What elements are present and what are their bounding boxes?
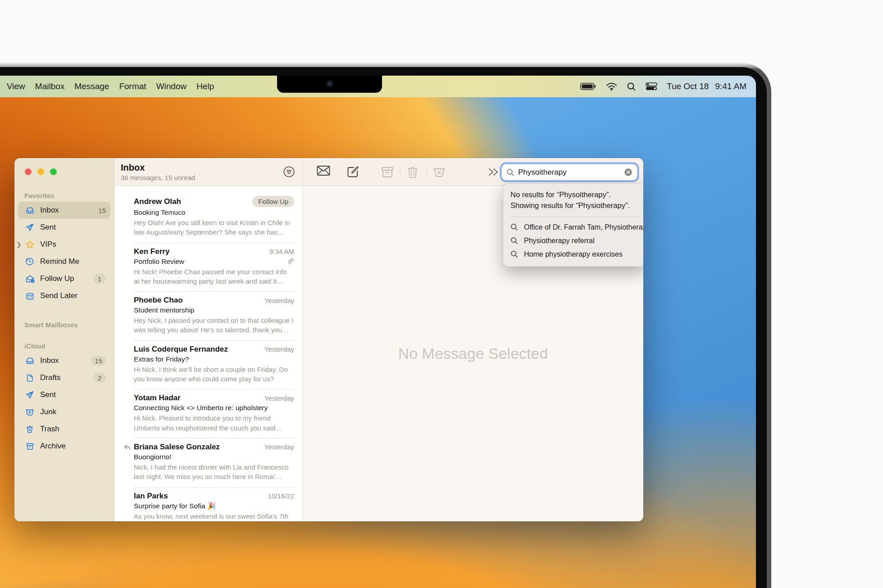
message-preview: Hi Nick! Phoebe Chao passed me your cont… [134, 267, 294, 286]
menu-help[interactable]: Help [191, 81, 219, 91]
message-time: Yesterday [264, 394, 294, 402]
menu-format[interactable]: Format [114, 81, 151, 91]
sidebar-item-vips[interactable]: ❯ VIPs [18, 236, 110, 253]
menu-items: View Mailbox Message Format Window Help [0, 81, 219, 91]
message-list-header: Inbox 36 messages, 15 unread [114, 158, 302, 186]
mailbox-summary: 36 messages, 15 unread [121, 174, 302, 181]
close-window-button[interactable] [25, 168, 32, 175]
laptop-frame: View Mailbox Message Format Window Help [0, 63, 771, 588]
sidebar-item-label: Sent [40, 223, 56, 232]
minimize-window-button[interactable] [37, 168, 44, 175]
message-row[interactable]: Phoebe ChaoYesterday Student mentorship … [114, 291, 302, 340]
message-row[interactable]: Luis Coderque FernandezYesterday Extras … [114, 340, 302, 389]
laptop-screen: View Mailbox Message Format Window Help [0, 76, 756, 588]
compose-icon[interactable] [346, 165, 360, 178]
message-subject: Student mentorship [134, 306, 294, 314]
delete-message-icon[interactable] [407, 166, 419, 178]
message-row[interactable]: Ken Ferry9:34 AM Portfolio Review Hi Nic… [114, 243, 302, 292]
junk-message-icon[interactable] [433, 167, 446, 177]
message-list-pane: Inbox 36 messages, 15 unread Andrew Olah… [114, 158, 303, 521]
menubar-time[interactable]: 9:41 AM [715, 81, 746, 91]
sidebar-item-label: Drafts [40, 373, 60, 382]
toolbar-overflow-icon[interactable] [487, 167, 500, 176]
get-mail-icon[interactable] [317, 165, 330, 176]
filter-icon[interactable] [283, 166, 295, 178]
sidebar-item-inbox-favorites[interactable]: Inbox 15 [18, 202, 110, 219]
sidebar-item-drafts[interactable]: Drafts 2 [18, 369, 110, 386]
message-row[interactable]: Ian Parks10/16/22 Surprise party for Sof… [114, 487, 302, 521]
search-field[interactable]: Physoitherapy [501, 164, 637, 181]
junk-icon [24, 407, 35, 417]
message-list: Andrew OlahFollow Up Booking Temuco Hey … [114, 186, 302, 521]
mailbox-count-badge: 1 [93, 274, 106, 284]
zoom-window-button[interactable] [50, 168, 57, 175]
message-row[interactable]: Andrew OlahFollow Up Booking Temuco Hey … [114, 191, 302, 243]
sidebar-section-smart-mailboxes[interactable]: Smart Mailboxes [18, 316, 110, 331]
menu-window[interactable]: Window [151, 81, 192, 91]
follow-up-badge: Follow Up [252, 196, 294, 207]
message-sender: Yotam Hadar [134, 394, 261, 403]
control-center-icon[interactable] [646, 82, 657, 90]
message-preview: Nick, I had the nicest dinner with Lia a… [134, 462, 294, 482]
archive-icon [24, 441, 35, 452]
battery-icon[interactable] [580, 82, 596, 90]
trash-icon [24, 424, 35, 434]
sidebar-item-archive[interactable]: Archive [18, 438, 110, 455]
search-suggestion[interactable]: Office of Dr. Farrah Tam, Physiotherapis… [510, 221, 638, 234]
sidebar-item-inbox-icloud[interactable]: Inbox 15 [18, 352, 110, 369]
sidebar-item-trash[interactable]: Trash [18, 421, 110, 438]
follow-up-icon [24, 273, 35, 284]
mailbox-count-badge: 15 [91, 356, 106, 366]
toolbar: Physoitherapy No results for “Physoither… [303, 158, 643, 186]
sidebar-item-label: Archive [40, 442, 66, 451]
spotlight-search-icon[interactable] [627, 82, 636, 91]
sidebar-item-label: Inbox [40, 356, 59, 365]
display-notch [277, 76, 382, 93]
message-subject: Buongiorno! [134, 453, 294, 461]
sidebar-item-sent-icloud[interactable]: Sent [18, 386, 110, 403]
menu-view[interactable]: View [2, 81, 30, 91]
camera-icon [326, 80, 333, 87]
sidebar-item-label: Inbox [40, 206, 59, 215]
message-sender: Andrew Olah [134, 197, 249, 206]
sidebar-item-label: Junk [40, 407, 56, 416]
message-row[interactable]: Briana Salese GonzalezYesterday Buongior… [114, 438, 302, 487]
clear-search-icon[interactable] [624, 168, 633, 176]
message-time: Yesterday [264, 345, 294, 353]
mail-window: Favorites Inbox 15 Sent ❯ VIPs [14, 158, 643, 521]
search-no-results-message: No results for “Physoitherapy”. Showing … [510, 190, 638, 211]
reading-pane: Physoitherapy No results for “Physoither… [303, 158, 643, 521]
archive-message-icon[interactable] [381, 167, 394, 178]
wifi-icon[interactable] [606, 82, 617, 91]
sidebar-item-label: Trash [40, 425, 59, 434]
sidebar-item-junk[interactable]: Junk [18, 403, 110, 421]
search-input-value[interactable]: Physoitherapy [518, 168, 624, 177]
chevron-right-icon[interactable]: ❯ [16, 241, 22, 248]
menu-mailbox[interactable]: Mailbox [30, 81, 69, 91]
sidebar-item-remind-me[interactable]: Remind Me [18, 253, 110, 270]
search-suggestion[interactable]: Home physiotherapy exercises [510, 248, 638, 261]
mailbox-count: 15 [98, 207, 106, 214]
sent-icon [24, 389, 35, 400]
message-time: Yesterday [264, 297, 294, 304]
menu-message[interactable]: Message [69, 81, 114, 91]
message-preview: Hi Nick, I think we’ll be short a couple… [134, 365, 294, 384]
sidebar-section-icloud[interactable]: iCloud [18, 337, 110, 352]
remind-me-clock-icon [24, 256, 35, 267]
search-icon [510, 223, 518, 231]
sidebar-item-send-later[interactable]: Send Later [18, 287, 110, 304]
mailbox-title: Inbox [121, 163, 302, 173]
desktop: View Mailbox Message Format Window Help [0, 76, 756, 588]
message-sender: Briana Salese Gonzalez [134, 443, 261, 452]
search-suggestion[interactable]: Physiotherapy referral [510, 234, 638, 248]
message-time: 9:34 AM [269, 248, 294, 255]
message-sender: Phoebe Chao [134, 296, 261, 305]
sidebar-item-follow-up[interactable]: Follow Up 1 [18, 270, 110, 287]
sidebar-item-sent-favorites[interactable]: Sent [18, 219, 110, 236]
message-preview: Hi Nick, Pleased to introduce you to my … [134, 413, 294, 433]
sidebar-item-label: Follow Up [40, 274, 74, 283]
send-later-calendar-icon [24, 290, 35, 301]
message-row[interactable]: Yotam HadarYesterday Connecting Nick <> … [114, 389, 302, 438]
reply-arrow-icon [123, 444, 130, 451]
menubar-date[interactable]: Tue Oct 18 [667, 81, 709, 91]
